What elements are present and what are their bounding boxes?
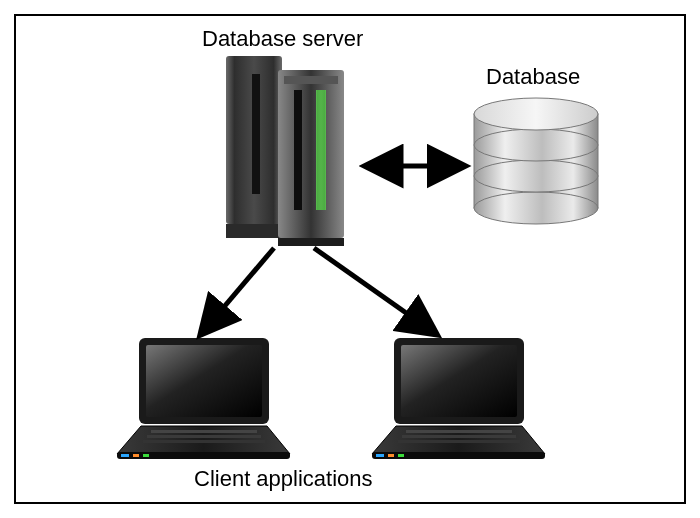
arrows-layer <box>16 16 688 506</box>
edge-server-client1 <box>201 248 274 334</box>
diagram-border: Database server Database Client applicat… <box>14 14 686 504</box>
diagram-frame: Database server Database Client applicat… <box>0 0 700 518</box>
edge-server-client2 <box>314 248 436 334</box>
